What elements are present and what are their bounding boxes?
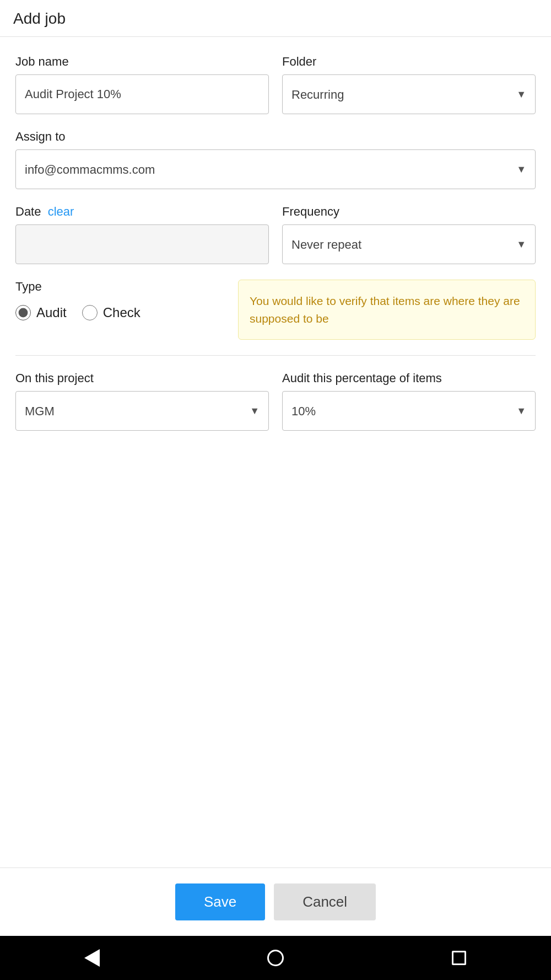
page-header: Add job [0, 0, 551, 37]
audit-percentage-label: Audit this percentage of items [282, 371, 536, 385]
folder-select[interactable]: Recurring One-time Scheduled [283, 75, 535, 114]
recents-button[interactable] [442, 941, 476, 974]
date-input[interactable] [15, 224, 269, 264]
row-assign-to: Assign to info@commacmms.com ▼ [15, 130, 536, 189]
home-button[interactable] [259, 941, 292, 974]
row-date-frequency: Date clear Frequency Never repeat Daily … [15, 205, 536, 264]
assign-to-select[interactable]: info@commacmms.com [16, 150, 535, 189]
frequency-select-wrapper[interactable]: Never repeat Daily Weekly Monthly Yearly… [282, 224, 536, 264]
on-project-select-wrapper[interactable]: MGM Other ▼ [15, 391, 269, 431]
folder-select-wrapper[interactable]: Recurring One-time Scheduled ▼ [282, 74, 536, 114]
recents-icon [452, 951, 466, 965]
date-label: Date clear [15, 205, 269, 219]
check-radio[interactable] [82, 305, 98, 320]
check-label: Check [103, 305, 141, 320]
row-project-percentage: On this project MGM Other ▼ Audit this p… [15, 371, 536, 431]
job-name-input[interactable] [15, 74, 269, 114]
hint-text: You would like to verify that items are … [250, 294, 520, 325]
group-audit-percentage: Audit this percentage of items 10% 20% 3… [282, 371, 536, 431]
group-folder: Folder Recurring One-time Scheduled ▼ [282, 55, 536, 114]
section-divider [15, 355, 536, 356]
form-area: Job name Folder Recurring One-time Sched… [0, 37, 551, 867]
group-assign-to: Assign to info@commacmms.com ▼ [15, 130, 536, 189]
type-radio-row: Audit Check [15, 305, 225, 320]
group-on-project: On this project MGM Other ▼ [15, 371, 269, 431]
home-icon [267, 950, 284, 966]
type-hint-box: You would like to verify that items are … [238, 280, 536, 340]
back-icon [84, 949, 100, 967]
on-project-select[interactable]: MGM Other [16, 392, 268, 430]
on-project-label: On this project [15, 371, 269, 385]
assign-to-select-wrapper[interactable]: info@commacmms.com ▼ [15, 149, 536, 189]
audit-radio[interactable] [15, 305, 31, 320]
frequency-select[interactable]: Never repeat Daily Weekly Monthly Yearly [283, 225, 535, 264]
check-radio-label[interactable]: Check [82, 305, 141, 320]
android-nav-bar [0, 936, 551, 980]
date-clear-link[interactable]: clear [48, 205, 74, 218]
group-type: Type Audit Check [15, 280, 225, 320]
group-frequency: Frequency Never repeat Daily Weekly Mont… [282, 205, 536, 264]
job-name-label: Job name [15, 55, 269, 69]
row-type-hint: Type Audit Check You would like to verif… [15, 280, 536, 340]
audit-label: Audit [36, 305, 67, 320]
row-job-folder: Job name Folder Recurring One-time Sched… [15, 55, 536, 114]
page-title: Add job [13, 10, 66, 27]
save-button[interactable]: Save [175, 883, 265, 920]
group-job-name: Job name [15, 55, 269, 114]
type-label: Type [15, 280, 225, 294]
back-button[interactable] [75, 941, 109, 974]
cancel-button[interactable]: Cancel [274, 883, 376, 920]
footer-buttons: Save Cancel [0, 867, 551, 936]
frequency-label: Frequency [282, 205, 536, 219]
folder-label: Folder [282, 55, 536, 69]
audit-radio-label[interactable]: Audit [15, 305, 67, 320]
audit-percentage-select-wrapper[interactable]: 10% 20% 30% 40% 50% 100% ▼ [282, 391, 536, 431]
group-date: Date clear [15, 205, 269, 264]
assign-to-label: Assign to [15, 130, 536, 144]
audit-percentage-select[interactable]: 10% 20% 30% 40% 50% 100% [283, 392, 535, 430]
